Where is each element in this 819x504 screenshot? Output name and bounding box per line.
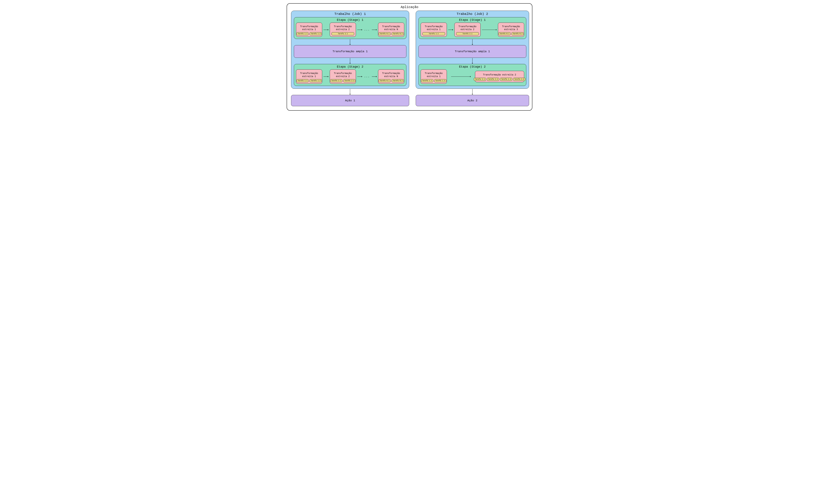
- task: Tarefa 1.1: [421, 79, 433, 82]
- task: Tarefa 2.4: [513, 78, 525, 81]
- stage-title: Etapa (Stage) 1: [421, 18, 524, 22]
- stage-title: Etapa (Stage) 2: [421, 65, 524, 68]
- svg-marker-11: [328, 76, 328, 77]
- job-column-2: Trabalho (Job) 2 Etapa (Stage) 1 Transfo…: [416, 11, 529, 106]
- narrow-transform-2: Transformação estreita 2 Tarefa 2.1: [454, 23, 481, 37]
- arrow-down-icon: [294, 58, 406, 64]
- tasks-row: Tarefa 1.1 Tarefa 1.2: [298, 32, 320, 35]
- transform-label: Transformação estreita 2: [334, 72, 352, 78]
- task: Tarefa 1.1: [422, 32, 445, 35]
- tasks-row: Tarefa N.1 Tarefa N.2: [500, 32, 522, 35]
- ellipsis-icon: ...: [364, 28, 371, 31]
- transform-label: Transformação estreita 1: [425, 25, 443, 31]
- action-2: Ação 2: [416, 95, 529, 106]
- svg-marker-17: [349, 94, 351, 95]
- tasks-row: Tarefa N.1 Tarefa N.2: [380, 32, 402, 35]
- narrow-transform-1: Transformação estreita 1 Tarefa 1.1 Tare…: [421, 69, 447, 84]
- job-2: Trabalho (Job) 2 Etapa (Stage) 1 Transfo…: [416, 11, 529, 89]
- transform-label: Transformação estreita 1: [425, 72, 443, 78]
- task: Tarefa 1.2: [434, 79, 446, 82]
- svg-marker-5: [376, 29, 377, 30]
- svg-marker-23: [472, 44, 473, 45]
- action-1: Ação 1: [291, 95, 409, 106]
- task: Tarefa 2.1: [332, 32, 354, 35]
- arrow-right-icon: [323, 29, 329, 31]
- svg-marker-27: [470, 76, 471, 77]
- tasks-row: Tarefa 1.1: [422, 32, 445, 35]
- svg-marker-15: [376, 76, 377, 77]
- task: Tarefa N.1: [379, 79, 391, 82]
- jobs-row: Trabalho (Job) 1 Etapa (Stage) 1 Transfo…: [291, 11, 528, 106]
- task: Tarefa N.2: [511, 32, 524, 35]
- narrow-transform-2: Transformação estreita 2 Tarefa 2.1 Tare…: [330, 69, 356, 84]
- narrow-transform-2: Transformação estreita 2 Tarefa 2.1: [330, 23, 356, 37]
- tasks-row: Tarefa 2.1 Tarefa 2.2: [332, 79, 354, 82]
- transform-label: Transformação estreita 1: [300, 25, 318, 31]
- transform-label: Transformação estreita 2: [483, 73, 516, 76]
- transforms-row: Transformação estreita 1 Tarefa 1.1 Tran…: [421, 23, 524, 37]
- transforms-row: Transformação estreita 1 Tarefa 1.1 Tare…: [296, 69, 404, 84]
- narrow-transform-1: Transformação estreita 1 Tarefa 1.1 Tare…: [296, 23, 322, 37]
- svg-marker-9: [349, 63, 351, 64]
- narrow-transform-3: Transformação estreita 3 Tarefa N.1 Tare…: [498, 23, 524, 37]
- transforms-row: Transformação estreita 1 Tarefa 1.1 Tare…: [421, 69, 524, 84]
- svg-marker-29: [472, 94, 473, 95]
- narrow-transform-2: Transformação estreita 2 Tarefa 2.1 Tare…: [475, 71, 524, 82]
- arrow-right-icon: [451, 76, 471, 78]
- arrow-right-icon: [372, 29, 377, 31]
- task: Tarefa 1.1: [297, 32, 309, 35]
- job-1: Trabalho (Job) 1 Etapa (Stage) 1 Transfo…: [291, 11, 409, 89]
- application-container: Aplicação Trabalho (Job) 1 Etapa (Stage)…: [287, 3, 532, 111]
- arrow-right-icon: [448, 29, 453, 31]
- application-title: Aplicação: [291, 5, 528, 9]
- arrow-down-icon: [471, 89, 473, 95]
- svg-marker-25: [472, 63, 473, 64]
- svg-marker-1: [328, 29, 328, 30]
- ellipsis-icon: ...: [364, 75, 371, 78]
- job-column-1: Trabalho (Job) 1 Etapa (Stage) 1 Transfo…: [291, 11, 409, 106]
- transform-label: Transformação estreita 2: [334, 25, 352, 31]
- task: Tarefa N.1: [379, 32, 391, 35]
- tasks-row: Tarefa 2.1: [332, 32, 354, 35]
- arrow-down-icon: [419, 58, 526, 64]
- transform-label: Transformação estreita N: [382, 25, 400, 31]
- svg-marker-19: [452, 29, 453, 30]
- task: Tarefa 1.2: [310, 79, 322, 82]
- job-2-stage-1: Etapa (Stage) 1 Transformação estreita 1…: [419, 17, 526, 39]
- svg-marker-7: [349, 44, 351, 45]
- tasks-row: Tarefa 1.1 Tarefa 1.2: [298, 79, 320, 82]
- task: Tarefa N.2: [392, 79, 404, 82]
- svg-marker-21: [496, 29, 497, 30]
- arrow-right-icon: [323, 76, 329, 78]
- task: Tarefa 2.2: [343, 79, 355, 82]
- tasks-row: Tarefa 2.1: [456, 32, 479, 35]
- task: Tarefa 2.2: [487, 78, 499, 81]
- transform-label: Transformação estreita 2: [458, 25, 476, 31]
- task: Tarefa 2.1: [330, 79, 342, 82]
- svg-marker-3: [362, 29, 362, 30]
- arrow-down-icon: [419, 39, 526, 45]
- task: Tarefa N.1: [498, 32, 510, 35]
- narrow-transform-n: Transformação estreita N Tarefa N.1 Tare…: [378, 23, 404, 37]
- task: Tarefa 2.3: [500, 78, 512, 81]
- wide-transform-1: Transformação ampla 1: [419, 45, 526, 58]
- svg-marker-13: [362, 76, 362, 77]
- job-2-title: Trabalho (Job) 2: [419, 12, 526, 16]
- narrow-transform-1: Transformação estreita 1 Tarefa 1.1 Tare…: [296, 69, 322, 84]
- task: Tarefa N.2: [392, 32, 404, 35]
- tasks-row: Tarefa 1.1 Tarefa 1.2: [422, 79, 445, 82]
- tasks-row: Tarefa N.1 Tarefa N.2: [380, 79, 402, 82]
- stage-title: Etapa (Stage) 1: [296, 18, 404, 22]
- arrow-right-icon: [357, 76, 363, 78]
- arrow-down-icon: [349, 89, 351, 95]
- narrow-transform-n: Transformação estreita N Tarefa N.1 Tare…: [378, 69, 404, 84]
- job-2-stage-2: Etapa (Stage) 2 Transformação estreita 1…: [419, 64, 526, 86]
- wide-transform-1: Transformação ampla 1: [294, 45, 406, 58]
- transform-label: Transformação estreita 1: [300, 72, 318, 78]
- task: Tarefa 1.2: [310, 32, 322, 35]
- arrow-right-icon: [357, 29, 363, 31]
- stage-title: Etapa (Stage) 2: [296, 65, 404, 68]
- transform-label: Transformação estreita 3: [502, 25, 520, 31]
- narrow-transform-1: Transformação estreita 1 Tarefa 1.1: [421, 23, 447, 37]
- task: Tarefa 1.1: [297, 79, 309, 82]
